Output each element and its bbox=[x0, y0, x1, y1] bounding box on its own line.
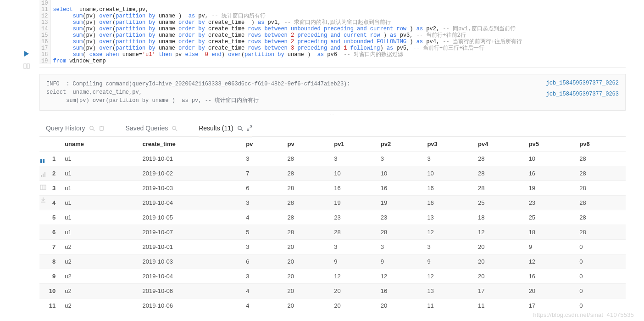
table-row[interactable]: 10u22019-10-0642020161317200 bbox=[39, 284, 626, 298]
svg-rect-6 bbox=[43, 174, 44, 177]
cell: u2 bbox=[60, 269, 138, 284]
cell: u1 bbox=[60, 225, 138, 240]
table-row[interactable]: 6u12019-10-07528282812121828 bbox=[39, 225, 626, 240]
cell: 10 bbox=[39, 284, 60, 298]
svg-point-11 bbox=[89, 126, 93, 129]
cell: u2 bbox=[60, 284, 138, 298]
cell: 20 bbox=[283, 269, 330, 284]
cell: 2019-10-05 bbox=[138, 210, 242, 225]
svg-marker-0 bbox=[24, 51, 29, 56]
cell: 28 bbox=[575, 181, 626, 196]
search-icon bbox=[89, 125, 95, 131]
table-row[interactable]: 8u22019-10-0362099920120 bbox=[39, 254, 626, 269]
tab-results[interactable]: Results (11) bbox=[199, 124, 252, 136]
column-header[interactable]: pv5 bbox=[524, 137, 575, 152]
cell: 4 bbox=[241, 210, 283, 225]
cell: 6 bbox=[39, 225, 60, 240]
cell: 20 bbox=[376, 298, 423, 313]
svg-line-16 bbox=[176, 129, 178, 131]
column-header[interactable]: pv2 bbox=[376, 137, 423, 152]
cell: 13 bbox=[422, 284, 473, 298]
cell: 9 bbox=[524, 240, 575, 254]
column-header[interactable]: pv bbox=[241, 137, 283, 152]
cell: 28 bbox=[283, 225, 330, 240]
svg-line-12 bbox=[93, 129, 94, 131]
cell: 0 bbox=[575, 298, 626, 313]
sql-editor[interactable]: 10111213141516171819 select uname,create… bbox=[39, 0, 626, 68]
cell: 28 bbox=[473, 181, 524, 196]
cell: 12 bbox=[422, 225, 473, 240]
table-row[interactable]: 5u12019-10-05428232313182528 bbox=[39, 210, 626, 225]
job-link[interactable]: job_1584595397377_0262 bbox=[546, 80, 619, 86]
cell: 5 bbox=[241, 225, 283, 240]
table-row[interactable]: 2u12019-10-02728101010281628 bbox=[39, 166, 626, 181]
cell: 2019-10-04 bbox=[138, 196, 242, 210]
cell: 12 bbox=[422, 269, 473, 284]
download-icon[interactable] bbox=[40, 197, 46, 203]
column-header[interactable]: create_time bbox=[138, 137, 242, 152]
svg-rect-13 bbox=[100, 126, 103, 130]
cell: u2 bbox=[60, 254, 138, 269]
table-row[interactable]: 1u12019-10-01328333281028 bbox=[39, 152, 626, 166]
resize-handle-2[interactable]: ⋯ bbox=[39, 111, 626, 117]
cell: 28 bbox=[283, 210, 330, 225]
cell: 28 bbox=[575, 210, 626, 225]
cell: 20 bbox=[283, 240, 330, 254]
result-rail bbox=[39, 158, 47, 203]
column-header[interactable]: pv4 bbox=[473, 137, 524, 152]
code-body[interactable]: select uname,create_time,pv, sum(pv) ove… bbox=[51, 0, 522, 64]
cell: 3 bbox=[241, 240, 283, 254]
column-header[interactable]: uname bbox=[60, 137, 138, 152]
cell: 16 bbox=[524, 166, 575, 181]
cell: 10 bbox=[524, 152, 575, 166]
table-row[interactable]: 7u22019-10-013203332090 bbox=[39, 240, 626, 254]
cell: 3 bbox=[329, 240, 376, 254]
svg-line-18 bbox=[241, 129, 243, 131]
table-row[interactable]: 9u22019-10-0432012121220160 bbox=[39, 269, 626, 284]
cell: 6 bbox=[241, 181, 283, 196]
cell: 12 bbox=[329, 269, 376, 284]
column-header[interactable]: pv3 bbox=[422, 137, 473, 152]
job-link[interactable]: job_1584595397377_0263 bbox=[546, 91, 619, 97]
cell: 3 bbox=[376, 152, 423, 166]
cell: 28 bbox=[283, 152, 330, 166]
play-icon[interactable] bbox=[23, 51, 30, 57]
grid-icon[interactable] bbox=[40, 158, 46, 165]
cell: 2019-10-04 bbox=[138, 269, 242, 284]
chart-icon[interactable] bbox=[40, 171, 46, 178]
column-header[interactable]: pv6 bbox=[575, 137, 626, 152]
cell: 3 bbox=[241, 152, 283, 166]
cell: 17 bbox=[473, 284, 524, 298]
columns-icon[interactable] bbox=[40, 184, 46, 191]
cell: 4 bbox=[241, 284, 283, 298]
column-header[interactable] bbox=[39, 137, 60, 152]
cell: 11 bbox=[422, 298, 473, 313]
column-header[interactable]: pv1 bbox=[329, 137, 376, 152]
cell: 9 bbox=[329, 254, 376, 269]
book-icon[interactable] bbox=[23, 63, 30, 69]
run-rail bbox=[22, 51, 31, 69]
tab-saved-queries[interactable]: Saved Queries bbox=[126, 124, 178, 136]
resize-handle-1[interactable]: ⋯ bbox=[39, 68, 626, 74]
cell: 2019-10-06 bbox=[138, 284, 242, 298]
cell: 16 bbox=[376, 181, 423, 196]
table-row[interactable]: 11u22019-10-0642020201111170 bbox=[39, 298, 626, 313]
tab-query-history[interactable]: Query History bbox=[46, 124, 105, 136]
cell: 3 bbox=[422, 240, 473, 254]
cell: 23 bbox=[329, 210, 376, 225]
tab-label: Saved Queries bbox=[126, 124, 168, 132]
results-table: unamecreate_timepvpvpv1pv2pv3pv4pv5pv6 1… bbox=[39, 136, 626, 313]
cell: 9 bbox=[422, 254, 473, 269]
cell: 12 bbox=[473, 225, 524, 240]
table-header-row: unamecreate_timepvpvpv1pv2pv3pv4pv5pv6 bbox=[39, 137, 626, 152]
cell: 20 bbox=[283, 298, 330, 313]
cell: 2019-10-06 bbox=[138, 298, 242, 313]
svg-rect-5 bbox=[41, 175, 42, 177]
cell: 3 bbox=[422, 152, 473, 166]
cell: 20 bbox=[473, 269, 524, 284]
column-header[interactable]: pv bbox=[283, 137, 330, 152]
cell: 17 bbox=[524, 298, 575, 313]
table-row[interactable]: 3u12019-10-03628161616281928 bbox=[39, 181, 626, 196]
cell: 0 bbox=[575, 269, 626, 284]
table-row[interactable]: 4u12019-10-04328191916252328 bbox=[39, 196, 626, 210]
